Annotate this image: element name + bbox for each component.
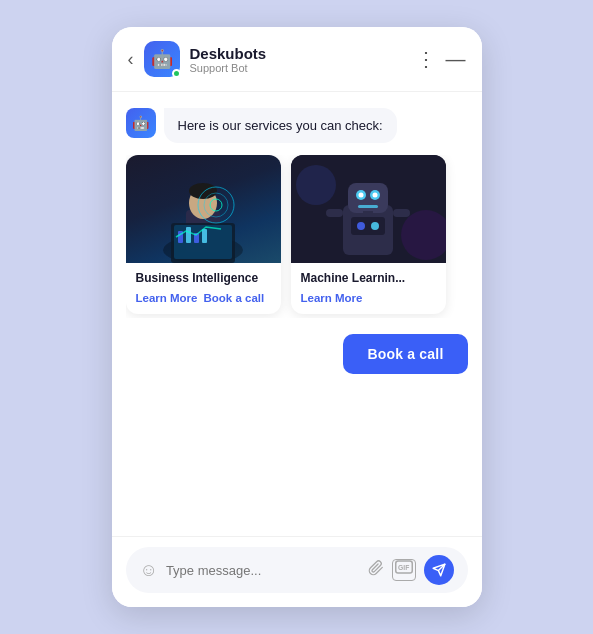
service-card-ml: Machine Learnin... Learn More	[291, 155, 446, 314]
bot-avatar-icon: 🤖	[151, 48, 173, 70]
send-button[interactable]	[424, 555, 454, 585]
more-options-button[interactable]: ⋮	[416, 47, 436, 71]
online-status-dot	[172, 69, 181, 78]
bot-message-text: Here is our services you can check:	[178, 118, 383, 133]
svg-point-20	[372, 193, 377, 198]
chat-window: ‹ 🤖 Deskubots Support Bot ⋮ — 🤖 Here is …	[112, 27, 482, 607]
bot-name: Deskubots	[190, 45, 416, 62]
svg-text:GIF: GIF	[398, 564, 409, 571]
svg-rect-22	[351, 217, 385, 235]
bot-message-avatar-icon: 🤖	[132, 115, 149, 131]
svg-rect-10	[186, 227, 191, 243]
message-input-row: ☺ GIF	[126, 547, 468, 593]
card-title-bi: Business Intelligence	[136, 271, 271, 285]
header-actions: ⋮ —	[416, 47, 466, 71]
svg-point-19	[358, 193, 363, 198]
card-body-bi: Business Intelligence Learn More Book a …	[126, 263, 281, 314]
back-button[interactable]: ‹	[128, 49, 134, 70]
send-icon	[432, 563, 446, 577]
book-call-button-bi[interactable]: Book a call	[204, 292, 265, 304]
svg-point-27	[296, 165, 336, 205]
svg-rect-26	[393, 209, 410, 217]
learn-more-link-ml[interactable]: Learn More	[301, 292, 363, 304]
card-image-ml	[291, 155, 446, 263]
bot-info: Deskubots Support Bot	[190, 45, 416, 74]
bot-message-avatar: 🤖	[126, 108, 156, 138]
svg-rect-25	[326, 209, 343, 217]
bot-message-row: 🤖 Here is our services you can check:	[126, 108, 468, 143]
card-image-bi	[126, 155, 281, 263]
card-actions-ml: Learn More	[301, 292, 436, 304]
bot-avatar: 🤖	[144, 41, 180, 77]
chat-body: 🤖 Here is our services you can check:	[112, 92, 482, 536]
svg-rect-21	[358, 205, 378, 208]
svg-point-3	[189, 183, 217, 199]
service-cards-container: Business Intelligence Learn More Book a …	[126, 155, 468, 318]
card-title-ml: Machine Learnin...	[301, 271, 436, 285]
bot-status: Support Bot	[190, 62, 416, 74]
cta-book-call-button[interactable]: Book a call	[343, 334, 467, 374]
bot-message-bubble: Here is our services you can check:	[164, 108, 397, 143]
learn-more-link-bi[interactable]: Learn More	[136, 292, 198, 304]
svg-point-24	[371, 222, 379, 230]
chat-header: ‹ 🤖 Deskubots Support Bot ⋮ —	[112, 27, 482, 92]
svg-rect-12	[202, 229, 207, 243]
gif-button[interactable]: GIF	[392, 559, 416, 581]
cta-row: Book a call	[126, 334, 468, 374]
svg-rect-15	[348, 183, 388, 213]
service-card-bi: Business Intelligence Learn More Book a …	[126, 155, 281, 314]
emoji-button[interactable]: ☺	[140, 560, 158, 581]
minimize-button[interactable]: —	[446, 48, 466, 71]
message-input[interactable]	[166, 563, 360, 578]
card-body-ml: Machine Learnin... Learn More	[291, 263, 446, 314]
attach-button[interactable]	[368, 560, 384, 580]
svg-point-23	[357, 222, 365, 230]
card-actions-bi: Learn More Book a call	[136, 292, 271, 304]
chat-footer: ☺ GIF	[112, 536, 482, 607]
